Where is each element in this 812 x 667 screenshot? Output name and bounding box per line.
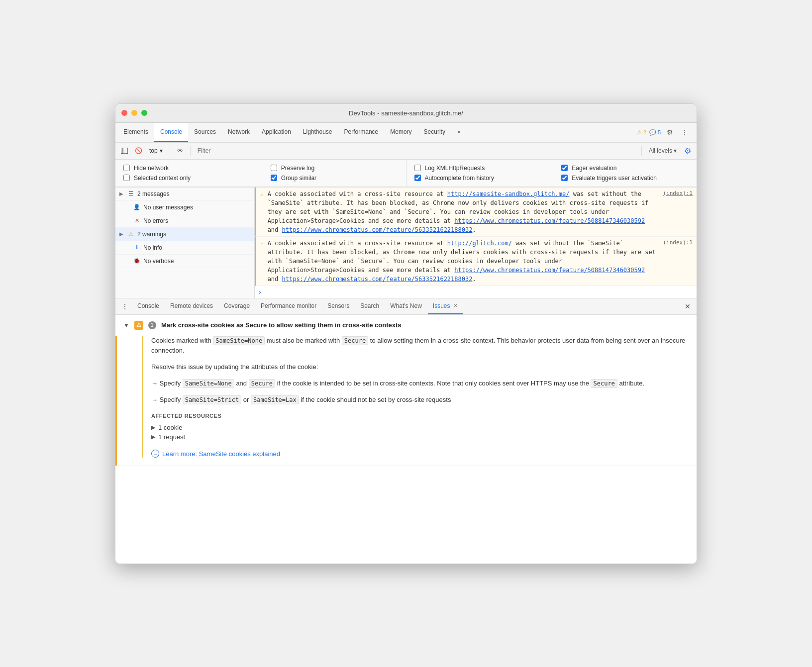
log-entry-text-2: A cookie associated with a cross-site re… — [268, 239, 659, 284]
issues-tab-close-icon[interactable]: ✕ — [453, 302, 458, 309]
log-link-1[interactable]: http://samesite-sandbox.glitch.me/ — [447, 191, 570, 197]
resource-expand-icon-2: ▶ — [151, 434, 155, 440]
learn-more-link[interactable]: → Learn more: SameSite cookies explained — [151, 450, 689, 458]
bottom-tab-whats-new[interactable]: What's New — [385, 298, 427, 314]
tab-security[interactable]: Security — [418, 123, 451, 142]
sidebar-errors[interactable]: ✕ No errors — [115, 214, 254, 228]
levels-selector[interactable]: All levels ▾ — [646, 146, 680, 155]
setting-autocomplete-history: Autocomplete from history — [414, 175, 542, 182]
tab-elements[interactable]: Elements — [117, 123, 154, 142]
setting-eager-evaluation: Eager evaluation — [561, 165, 689, 172]
sidebar-toggle-button[interactable] — [118, 145, 130, 157]
tab-console[interactable]: Console — [154, 123, 188, 142]
tab-memory[interactable]: Memory — [384, 123, 417, 142]
log-expand-button[interactable]: › — [255, 286, 697, 298]
evaluate-triggers-checkbox[interactable] — [561, 175, 568, 181]
bottom-tab-issues[interactable]: Issues ✕ — [428, 298, 463, 314]
error-icon: ✕ — [133, 217, 140, 224]
sidebar-icon — [121, 148, 128, 154]
setting-evaluate-triggers: Evaluate triggers user activation — [561, 175, 689, 182]
sidebar-warnings[interactable]: ▶ ⚠ 2 warnings — [115, 228, 254, 241]
filter-input[interactable] — [195, 145, 637, 156]
issue-header-1[interactable]: ▼ ⚠ 1 Mark cross-site cookies as Secure … — [115, 315, 697, 336]
console-toolbar: 🚫 top ▾ 👁 All levels ▾ ⚙ — [115, 143, 697, 160]
resource-cookie[interactable]: ▶ 1 cookie — [151, 423, 689, 432]
settings-columns: Hide network Preserve log Selected conte… — [115, 160, 697, 187]
toolbar-divider2 — [190, 146, 191, 156]
group-similar-checkbox[interactable] — [271, 175, 277, 181]
eye-icon-button[interactable]: 👁 — [174, 145, 186, 157]
main-tabbar: Elements Console Sources Network Applica… — [115, 123, 697, 143]
preserve-log-checkbox[interactable] — [271, 165, 277, 171]
context-selector[interactable]: top ▾ — [146, 146, 166, 155]
titlebar-buttons — [121, 110, 147, 116]
tab-lighthouse[interactable]: Lighthouse — [297, 123, 338, 142]
warning-badge: ⚠ 2 — [637, 129, 646, 136]
log-link-6[interactable]: https://www.chromestatus.com/feature/563… — [282, 276, 473, 283]
bottom-tab-remote-devices[interactable]: Remote devices — [165, 298, 218, 314]
hide-network-checkbox[interactable] — [123, 165, 130, 171]
settings-gear-button[interactable]: ⚙ — [664, 126, 676, 138]
console-log-area: ⚠ A cookie associated with a cross-site … — [255, 188, 697, 298]
selected-context-checkbox[interactable] — [123, 175, 130, 181]
minimize-button[interactable] — [131, 110, 137, 116]
bottom-tab-console[interactable]: Console — [132, 298, 164, 314]
close-button[interactable] — [121, 110, 127, 116]
sidebar-info[interactable]: ℹ No info — [115, 241, 254, 255]
issue-warning-badge: ⚠ — [134, 321, 143, 330]
tab-application[interactable]: Application — [256, 123, 297, 142]
setting-selected-context: Selected context only — [123, 175, 251, 182]
settings-area: Hide network Preserve log Selected conte… — [115, 160, 697, 188]
window-title: DevTools - samesite-sandbox.glitch.me/ — [349, 109, 463, 117]
warning-triangle-icon-2: ⚠ — [260, 240, 264, 248]
log-link-3[interactable]: https://www.chromestatus.com/feature/563… — [282, 226, 473, 233]
issue-count-badge: 1 — [148, 321, 156, 329]
bottom-tab-sensors[interactable]: Sensors — [322, 298, 354, 314]
settings-right: Log XMLHttpRequests Eager evaluation Aut… — [406, 160, 697, 187]
issue-bullet-2: → Specify SameSite=Strict or SameSite=La… — [151, 395, 689, 405]
sidebar-verbose[interactable]: 🐞 No verbose — [115, 255, 254, 268]
maximize-button[interactable] — [141, 110, 147, 116]
log-location-1[interactable]: (index):1 — [663, 190, 693, 198]
console-sidebar: ▶ ☰ 2 messages 👤 No user messages ✕ No e… — [115, 188, 255, 298]
devtools-window: DevTools - samesite-sandbox.glitch.me/ E… — [115, 103, 697, 564]
log-location-2[interactable]: (index):1 — [663, 239, 693, 247]
autocomplete-history-checkbox[interactable] — [414, 175, 421, 181]
bottom-panel-close-button[interactable]: ✕ — [682, 300, 694, 312]
log-link-5[interactable]: https://www.chromestatus.com/feature/508… — [454, 267, 645, 274]
issue-expand-icon: ▼ — [123, 322, 129, 329]
toolbar-divider3 — [641, 146, 642, 156]
eager-evaluation-checkbox[interactable] — [561, 165, 568, 171]
log-area: ▶ ☰ 2 messages 👤 No user messages ✕ No e… — [115, 188, 697, 298]
settings-left: Hide network Preserve log Selected conte… — [115, 160, 406, 187]
resource-request[interactable]: ▶ 1 request — [151, 432, 689, 442]
sidebar-messages[interactable]: ▶ ☰ 2 messages — [115, 188, 254, 201]
tab-network[interactable]: Network — [222, 123, 256, 142]
issue-para-2: Resolve this issue by updating the attri… — [151, 362, 689, 373]
affected-resources-section: AFFECTED RESOURCES ▶ 1 cookie ▶ 1 reques… — [151, 413, 689, 442]
warning-triangle-icon: ⚠ — [260, 191, 264, 199]
bottom-tab-coverage[interactable]: Coverage — [219, 298, 255, 314]
bottom-tab-performance-monitor[interactable]: Performance monitor — [256, 298, 321, 314]
console-settings-button[interactable]: ⚙ — [682, 145, 694, 157]
bottom-tabbar-menu[interactable]: ⋮ — [118, 302, 131, 310]
issue-body-inner: Cookies marked with SameSite=None must a… — [142, 336, 689, 458]
issue-body-1: Cookies marked with SameSite=None must a… — [115, 336, 697, 466]
learn-more-icon: → — [151, 450, 159, 458]
tab-list: Elements Console Sources Network Applica… — [117, 123, 637, 142]
tab-overflow[interactable]: » — [451, 123, 467, 142]
more-options-button[interactable]: ⋮ — [679, 126, 691, 138]
expand-arrow-icon: ▶ — [118, 191, 124, 197]
tab-sources[interactable]: Sources — [188, 123, 222, 142]
log-xmlhttp-checkbox[interactable] — [414, 165, 421, 171]
log-link-4[interactable]: http://glitch.com/ — [447, 240, 512, 247]
sidebar-user-messages[interactable]: 👤 No user messages — [115, 201, 254, 214]
bottom-tab-search[interactable]: Search — [355, 298, 384, 314]
toolbar-divider — [170, 146, 170, 156]
tabbar-right: ⚠ 2 💬 5 ⚙ ⋮ — [637, 123, 695, 142]
issue-bullet-1: → Specify SameSite=None and Secure if th… — [151, 379, 689, 389]
clear-console-button[interactable]: 🚫 — [132, 145, 144, 157]
warning-triangle-icon: ⚠ — [637, 129, 642, 136]
log-link-2[interactable]: https://www.chromestatus.com/feature/508… — [454, 217, 645, 224]
tab-performance[interactable]: Performance — [338, 123, 385, 142]
